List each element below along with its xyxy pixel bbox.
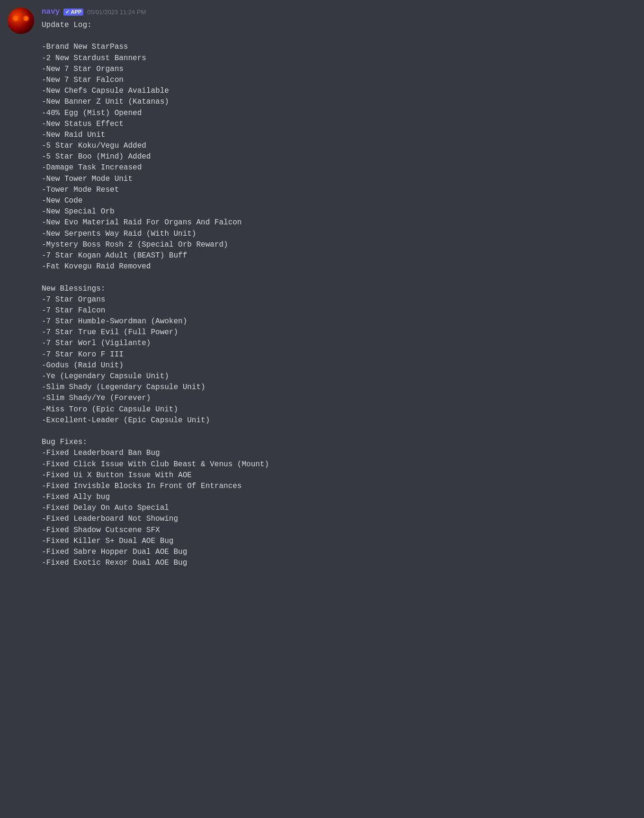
avatar-detail-left — [13, 16, 18, 21]
avatar-image — [8, 8, 34, 34]
message-header: navy ✓ APP 05/01/2023 11:24 PM — [42, 8, 636, 16]
avatar — [8, 8, 34, 34]
bot-badge: ✓ APP — [63, 9, 83, 16]
message-text: Update Log: -Brand New StarPass -2 New S… — [42, 20, 636, 569]
message-container: navy ✓ APP 05/01/2023 11:24 PM Update Lo… — [0, 0, 644, 576]
message-body: navy ✓ APP 05/01/2023 11:24 PM Update Lo… — [42, 8, 636, 569]
checkmark-icon: ✓ — [65, 9, 70, 15]
message-timestamp: 05/01/2023 11:24 PM — [87, 9, 146, 16]
bot-badge-label: APP — [71, 9, 81, 15]
username: navy — [42, 8, 60, 16]
avatar-detail-right — [24, 16, 28, 21]
